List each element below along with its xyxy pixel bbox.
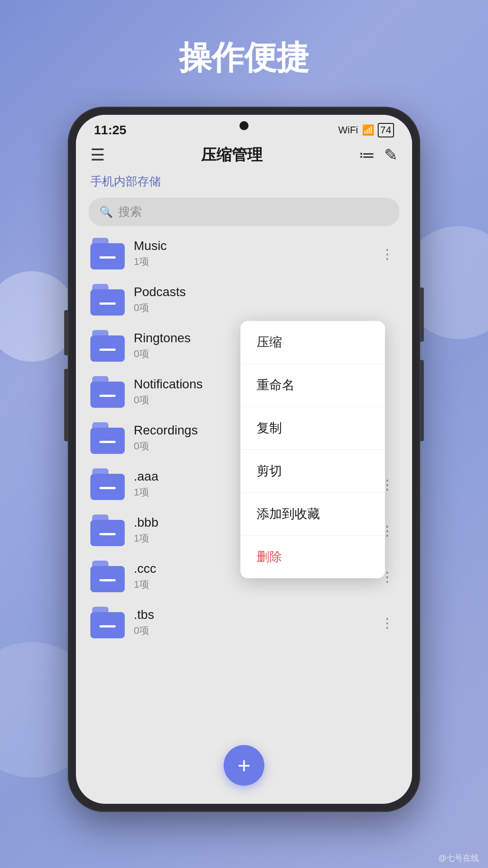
file-count-ccc: 1项: [134, 578, 377, 591]
folder-icon-bbb: [90, 514, 125, 546]
context-menu-rename[interactable]: 重命名: [240, 364, 385, 407]
battery-indicator: 74: [378, 123, 394, 137]
file-info-podcasts: Podcasts 0项: [134, 285, 398, 315]
search-icon: 🔍: [99, 206, 113, 218]
file-count-tbs: 0项: [134, 624, 377, 637]
file-item-tbs[interactable]: .tbs 0项 ⋮: [76, 599, 412, 646]
folder-icon-music: [90, 238, 125, 269]
wifi-icon: WiFi: [338, 124, 358, 136]
folder-icon-podcasts: [90, 284, 125, 316]
more-icon-tbs[interactable]: ⋮: [377, 611, 398, 634]
folder-icon-tbs: [90, 607, 125, 638]
watermark: @七号在线: [438, 853, 479, 863]
file-item-music[interactable]: Music 1项 ⋮: [76, 231, 412, 277]
camera-notch: [239, 121, 249, 130]
power-button: [420, 288, 424, 342]
folder-icon-ringtones: [90, 330, 125, 362]
folder-icon-aaa: [90, 468, 125, 500]
file-count-podcasts: 0项: [134, 301, 398, 315]
edit-icon[interactable]: ✎: [384, 146, 398, 165]
file-list: Music 1项 ⋮ Podcasts 0项: [76, 231, 412, 804]
context-menu-cut[interactable]: 剪切: [240, 450, 385, 493]
volume-button: [420, 360, 424, 441]
status-time: 11:25: [94, 123, 127, 137]
context-menu-delete[interactable]: 删除: [240, 536, 385, 578]
page-title: 操作便捷: [179, 36, 309, 80]
search-input[interactable]: 搜索: [118, 204, 142, 220]
menu-icon[interactable]: ☰: [90, 146, 105, 165]
phone-frame: 11:25 WiFi 📶 74 ☰ 压缩管理 ≔ ✎ 手机内部存储: [68, 107, 420, 812]
more-icon-music[interactable]: ⋮: [377, 242, 398, 265]
status-icons: WiFi 📶 74: [338, 123, 394, 137]
phone-screen: 11:25 WiFi 📶 74 ☰ 压缩管理 ≔ ✎ 手机内部存储: [76, 115, 412, 804]
fab-plus-icon: +: [237, 754, 250, 777]
vol-up-button: [64, 310, 68, 355]
toolbar-actions: ≔ ✎: [359, 146, 398, 165]
sim-icon: 📶: [362, 124, 374, 136]
file-info-music: Music 1项: [134, 239, 377, 269]
file-name-podcasts: Podcasts: [134, 285, 398, 299]
folder-icon-recordings: [90, 422, 125, 454]
file-name-tbs: .tbs: [134, 608, 377, 622]
context-menu-favorite[interactable]: 添加到收藏: [240, 493, 385, 536]
app-toolbar: ☰ 压缩管理 ≔ ✎: [76, 140, 412, 170]
folder-icon-ccc: [90, 561, 125, 592]
vol-down-button: [64, 369, 68, 441]
folder-icon-notifications: [90, 376, 125, 408]
context-menu: 压缩 重命名 复制 剪切 添加到收藏 删除: [240, 321, 385, 578]
context-menu-copy[interactable]: 复制: [240, 407, 385, 450]
fab-add-button[interactable]: +: [224, 745, 264, 786]
phone-mockup: 11:25 WiFi 📶 74 ☰ 压缩管理 ≔ ✎ 手机内部存储: [68, 107, 420, 812]
context-menu-compress[interactable]: 压缩: [240, 321, 385, 364]
breadcrumb-bar: 手机内部存储: [76, 170, 412, 193]
search-bar[interactable]: 🔍 搜索: [89, 198, 399, 226]
breadcrumb[interactable]: 手机内部存储: [90, 175, 161, 188]
toolbar-title: 压缩管理: [201, 145, 263, 165]
file-item-podcasts[interactable]: Podcasts 0项: [76, 277, 412, 323]
sort-icon[interactable]: ≔: [359, 146, 375, 165]
file-count-music: 1项: [134, 255, 377, 269]
file-name-music: Music: [134, 239, 377, 253]
file-info-tbs: .tbs 0项: [134, 608, 377, 637]
